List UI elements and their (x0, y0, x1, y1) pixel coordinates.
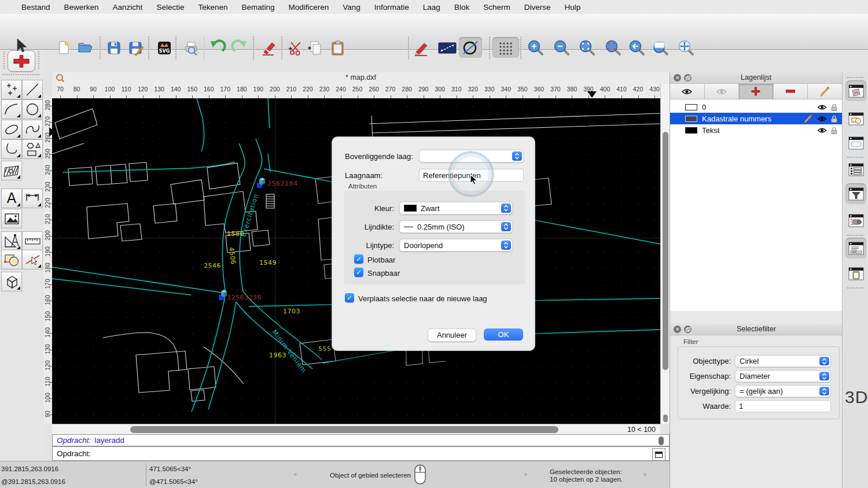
layer-show-all-button[interactable] (670, 84, 705, 99)
layer-name-input[interactable]: Referentiepunten (419, 169, 524, 182)
cancel-button[interactable]: Annuleer (428, 328, 476, 342)
tool-drafting[interactable] (1, 231, 22, 251)
command-input[interactable] (91, 447, 669, 460)
layer-row-kadastrale-nummers[interactable]: Kadastrale nummers (670, 113, 842, 124)
tool-3d-box[interactable] (1, 272, 22, 291)
color-select[interactable]: Zwart (399, 202, 513, 215)
undo-button[interactable] (209, 39, 226, 57)
print-preview-button[interactable] (183, 39, 200, 57)
zoom-extents-button[interactable] (578, 39, 595, 57)
copy-button[interactable] (307, 39, 324, 57)
menu-selectie[interactable]: Selectie (149, 3, 191, 12)
layer-list-palette-button[interactable] (845, 159, 866, 180)
visibility-eye-icon[interactable] (817, 127, 827, 134)
shapes-palette-button[interactable] (845, 108, 866, 129)
property-select[interactable]: Diameter (735, 370, 831, 382)
menu-aanzicht[interactable]: Aanzicht (106, 3, 150, 12)
lock-icon[interactable] (831, 127, 837, 134)
layer-hide-button[interactable] (705, 84, 740, 99)
layer-color-swatch[interactable] (685, 116, 697, 122)
draw-marker-button[interactable] (413, 39, 431, 57)
layer-color-swatch[interactable] (685, 127, 697, 134)
svg-export-button[interactable]: SVG (156, 39, 173, 57)
selection-filter-palette-button[interactable] (845, 183, 866, 204)
tool-dimension[interactable] (22, 188, 43, 208)
redo-button[interactable] (231, 39, 248, 57)
ok-button[interactable]: OK (484, 328, 523, 341)
menu-bewerken[interactable]: Bewerken (57, 3, 106, 12)
menu-modificeren[interactable]: Modificeren (282, 3, 336, 12)
layer-remove-button[interactable] (774, 84, 808, 99)
menu-informatie[interactable]: Informatie (367, 3, 416, 12)
tool-image[interactable] (1, 209, 22, 228)
close-icon[interactable]: ✕ (674, 74, 681, 82)
circle-diagonal-button[interactable] (462, 39, 479, 57)
menu-diverse[interactable]: Diverse (517, 3, 558, 12)
visibility-eye-icon[interactable] (817, 104, 827, 110)
close-icon[interactable]: ✕ (674, 326, 681, 333)
tool-ellipse[interactable] (1, 120, 22, 139)
menu-hulp[interactable]: Hulp (557, 3, 587, 12)
object-type-select[interactable]: Cirkel (735, 355, 831, 367)
parent-layer-select[interactable] (419, 150, 524, 162)
tool-polyline[interactable] (1, 139, 22, 159)
menu-tekenen[interactable]: Tekenen (191, 3, 234, 12)
plottable-checkbox[interactable] (354, 254, 363, 264)
command-history-scrollbar[interactable] (659, 437, 664, 445)
tool-circle[interactable] (22, 99, 43, 119)
lock-icon[interactable] (831, 103, 837, 111)
tool-hatch[interactable] (1, 161, 22, 180)
command-window-button[interactable] (652, 448, 665, 461)
zoom-in-button[interactable] (527, 39, 544, 57)
tool-trim[interactable] (22, 250, 43, 269)
tool-shapes[interactable] (22, 139, 43, 159)
layer-add-button[interactable] (739, 84, 774, 99)
tool-spline[interactable] (22, 120, 43, 139)
zoom-window-button[interactable] (652, 39, 669, 57)
clipboard-palette-button[interactable] (845, 263, 866, 284)
select-cursor-icon[interactable] (13, 37, 30, 54)
dimension-style-button[interactable] (437, 39, 457, 57)
float-panel-icon[interactable] (684, 74, 692, 82)
menu-bemating[interactable]: Bemating (234, 3, 281, 12)
hscroll-thumb[interactable] (130, 426, 558, 433)
new-file-button[interactable] (56, 39, 73, 57)
tool-line[interactable] (22, 80, 43, 99)
zoom-selection-button[interactable] (604, 39, 621, 57)
blank-palette-button[interactable] (845, 132, 866, 153)
pan-button[interactable] (677, 39, 694, 57)
paste-button[interactable] (329, 39, 347, 57)
menu-laag[interactable]: Laag (416, 3, 447, 12)
erase-button[interactable] (260, 39, 278, 57)
command-history-palette-button[interactable] (845, 238, 866, 258)
menu-vang[interactable]: Vang (336, 3, 367, 12)
menu-blok[interactable]: Blok (447, 3, 476, 12)
float-panel-icon[interactable] (684, 326, 692, 333)
visibility-eye-icon[interactable] (817, 116, 827, 122)
tool-ruler[interactable] (22, 231, 43, 251)
properties-palette-button[interactable] (845, 80, 866, 101)
layer-row-tekst[interactable]: Tekst (670, 124, 842, 136)
linetype-select[interactable]: Doorlopend (399, 239, 513, 252)
menu-scherm[interactable]: Scherm (476, 3, 517, 12)
layer-row-0[interactable]: 0 (670, 101, 842, 113)
lineweight-select[interactable]: 0.25mm (ISO) (399, 220, 513, 233)
comparison-select[interactable]: = (gelijk aan) (735, 385, 831, 397)
move-selection-checkbox[interactable] (345, 293, 354, 302)
lock-icon[interactable] (831, 115, 837, 123)
vscroll-thumb-small[interactable] (663, 415, 668, 422)
tool-points[interactable] (1, 80, 22, 99)
vscroll-thumb[interactable] (663, 132, 668, 370)
tool-text[interactable]: A (1, 188, 22, 208)
zoom-previous-button[interactable] (628, 39, 645, 57)
tool-region[interactable] (1, 250, 22, 269)
layer-edit-button[interactable] (808, 84, 842, 99)
save-as-button[interactable] (127, 39, 145, 57)
open-file-button[interactable] (76, 39, 94, 57)
3d-mode-label[interactable]: 3D (845, 387, 868, 407)
grid-toggle-button[interactable] (497, 39, 514, 57)
tool-arc[interactable] (1, 99, 22, 119)
value-input[interactable]: 1 (735, 400, 831, 412)
menu-bestand[interactable]: Bestand (14, 3, 57, 12)
zoom-out-button[interactable] (553, 39, 570, 57)
